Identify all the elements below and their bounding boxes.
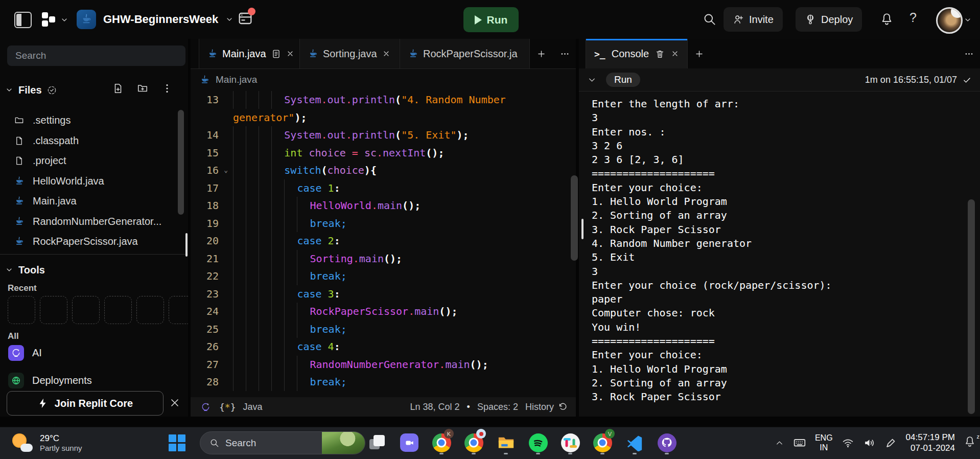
doc-icon[interactable] <box>271 49 281 59</box>
replit-logo[interactable] <box>42 12 56 28</box>
chevron-down-icon[interactable] <box>964 16 972 24</box>
file-item[interactable]: .project <box>0 151 188 171</box>
language-indicator[interactable]: ENGIN <box>815 433 833 452</box>
system-tray: ENGIN 04:57:19 PM07-01-2024 z <box>775 431 976 454</box>
console-overflow-menu[interactable] <box>958 39 980 68</box>
console-output[interactable]: Enter the length of arr:3Enter nos. :3 2… <box>592 97 960 404</box>
spotify-icon[interactable] <box>528 431 548 454</box>
search-icon <box>209 438 219 448</box>
file-item[interactable]: .settings <box>0 110 188 131</box>
avatar[interactable] <box>936 7 963 34</box>
windows-start-button[interactable] <box>169 434 185 451</box>
file-item[interactable]: RandomNumberGenerator... <box>0 212 188 232</box>
java-icon <box>77 10 96 29</box>
taskbar-search[interactable]: Search <box>200 431 365 454</box>
run-button[interactable]: Run <box>463 7 519 32</box>
slack-icon[interactable] <box>560 431 580 454</box>
sidebar-item-deployments[interactable]: Deployments <box>0 370 188 391</box>
tab-Main.java[interactable]: Main.java <box>199 39 300 68</box>
help-icon[interactable]: ? <box>909 10 917 25</box>
close-icon[interactable] <box>286 50 294 58</box>
pen-icon[interactable] <box>884 437 897 449</box>
tab-console[interactable]: >_ Console <box>586 39 688 68</box>
code-line: 27 RandomNumberGenerator.main(); <box>191 356 576 374</box>
spaces-setting[interactable]: Spaces: 2 <box>477 402 518 412</box>
taskbar-clock[interactable]: 04:57:19 PM07-01-2024 <box>906 432 955 453</box>
volume-icon[interactable] <box>863 437 876 449</box>
file-item[interactable]: HelloWorld.java <box>0 171 188 192</box>
file-item[interactable]: RockPaperScissor.java <box>0 232 188 252</box>
chrome-profile-k-icon[interactable]: K <box>431 431 452 454</box>
files-section-header[interactable]: Files <box>5 82 57 98</box>
close-icon[interactable] <box>169 397 181 409</box>
recent-tool-placeholder[interactable] <box>104 296 132 324</box>
search-icon[interactable] <box>703 12 716 26</box>
recent-tool-placeholder[interactable] <box>8 296 35 324</box>
new-folder-icon[interactable] <box>137 83 148 94</box>
file-item[interactable]: Main.java <box>0 191 188 212</box>
editor-scrollbar[interactable] <box>571 175 578 261</box>
invite-button[interactable]: Invite <box>724 7 783 32</box>
sidebar-item-ai[interactable]: AI <box>0 342 188 363</box>
deploy-button[interactable]: Deploy <box>796 7 862 32</box>
tab-overflow-menu[interactable] <box>553 39 576 68</box>
pane-resize-handle[interactable] <box>581 219 584 239</box>
file-explorer-icon[interactable] <box>496 431 516 454</box>
java-icon <box>14 217 24 226</box>
fold-chevron-icon[interactable]: ⌄ <box>224 162 228 179</box>
chrome-icon[interactable] <box>463 431 484 454</box>
breadcrumb[interactable]: Main.java <box>191 68 576 91</box>
deploy-icon <box>805 14 816 25</box>
close-icon[interactable] <box>382 50 390 58</box>
wifi-icon[interactable] <box>842 437 854 449</box>
recent-tool-placeholder[interactable] <box>136 296 164 324</box>
file-item[interactable]: .classpath <box>0 131 188 151</box>
sidebar-scrollbar[interactable] <box>178 110 184 215</box>
notification-center-icon[interactable]: z <box>964 435 976 450</box>
sidebar-search-input[interactable]: Search <box>7 45 185 66</box>
sidebar-toggle-icon[interactable] <box>14 12 32 28</box>
divider <box>0 254 188 255</box>
trash-icon[interactable] <box>655 49 665 59</box>
chevron-down-icon <box>225 15 234 24</box>
vscode-icon[interactable] <box>624 431 645 454</box>
all-label: All <box>8 331 19 341</box>
tools-section-header[interactable]: Tools <box>5 262 45 278</box>
editor-tab-bar: Main.java Sorting.java RockPaperScissor.… <box>191 39 576 69</box>
java-icon <box>200 75 209 85</box>
tray-expand-icon[interactable] <box>775 438 784 448</box>
pane-resize-handle[interactable] <box>185 233 188 257</box>
chevron-down-icon[interactable] <box>60 16 68 24</box>
console-scrollbar[interactable] <box>968 199 975 414</box>
github-desktop-icon[interactable] <box>657 431 677 454</box>
video-app-icon[interactable] <box>399 431 419 454</box>
new-file-icon[interactable] <box>112 83 124 94</box>
new-tab-button[interactable] <box>530 39 552 68</box>
ai-status-icon[interactable] <box>199 400 212 414</box>
code-editor[interactable]: 13 System.out.println("4. Random Number … <box>191 91 576 391</box>
cursor-position[interactable]: Ln 38, Col 2 <box>410 402 460 412</box>
join-replit-core-banner[interactable]: Join Replit Core <box>7 391 164 416</box>
repl-resources-button[interactable] <box>237 10 253 29</box>
tab-Sorting.java[interactable]: Sorting.java <box>300 39 400 68</box>
run-session-pill[interactable]: Run <box>606 73 640 87</box>
console-line: ==================== <box>592 334 960 348</box>
chrome-profile-v-icon[interactable]: V <box>592 431 613 454</box>
project-switcher[interactable]: GHW-BeginnersWeek <box>77 10 234 29</box>
ellipsis-icon <box>964 49 974 59</box>
taskbar-weather-widget[interactable]: 29°C Partly sunny <box>11 431 82 454</box>
task-view-button[interactable] <box>367 431 387 454</box>
kebab-icon[interactable] <box>161 83 173 94</box>
chevron-down-icon[interactable] <box>587 75 597 85</box>
recent-tool-placeholder[interactable] <box>40 296 67 324</box>
recent-tool-placeholder[interactable] <box>169 296 188 324</box>
close-icon[interactable] <box>671 50 679 58</box>
touch-keyboard-icon[interactable] <box>793 436 806 449</box>
history-button[interactable]: History <box>525 402 568 412</box>
bell-icon[interactable] <box>880 12 894 26</box>
tab-RockPaperScissor.ja[interactable]: RockPaperScissor.ja <box>400 39 530 68</box>
new-console-tab-button[interactable] <box>688 39 710 68</box>
recent-tool-placeholder[interactable] <box>72 296 100 324</box>
code-line: 25 break; <box>191 320 576 338</box>
recent-label: Recent <box>8 283 37 293</box>
